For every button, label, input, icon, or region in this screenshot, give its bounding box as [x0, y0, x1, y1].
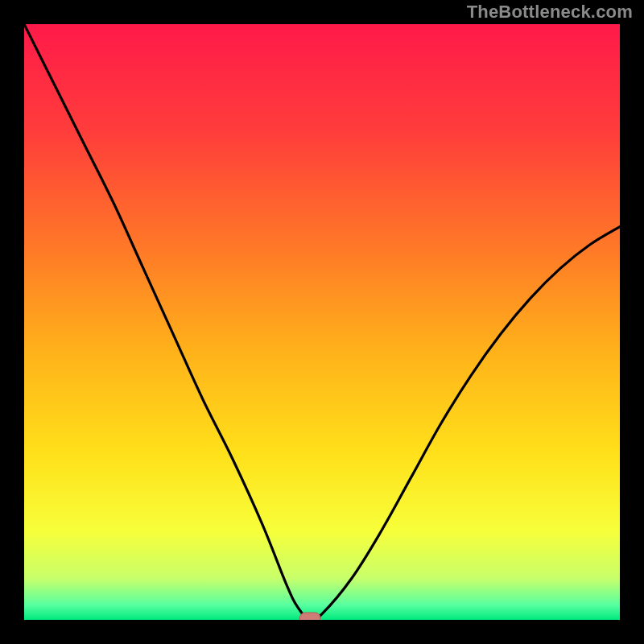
watermark-text: TheBottleneck.com: [467, 2, 633, 23]
plot-background: [24, 24, 620, 620]
chart-frame: TheBottleneck.com: [0, 0, 644, 644]
bottleneck-chart: [0, 0, 644, 644]
optimal-marker: [299, 613, 320, 624]
